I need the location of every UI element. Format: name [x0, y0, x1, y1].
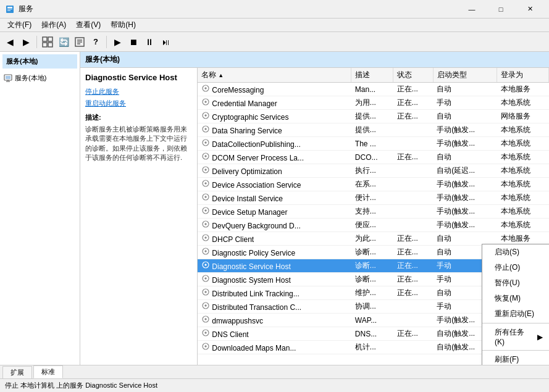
show-hide-button[interactable]: [40, 35, 55, 49]
cell-desc: 提供...: [351, 110, 393, 123]
title-bar: 服务 — □ ✕: [0, 0, 549, 19]
detail-desc-label: 描述:: [85, 113, 192, 122]
cell-startup: 手动(触发...: [433, 191, 497, 205]
cell-status: 正在...: [393, 151, 433, 164]
cell-name: Distributed Link Tracking...: [198, 286, 351, 300]
cell-login: 本地系统: [497, 164, 549, 178]
tab-expand[interactable]: 扩展: [2, 366, 32, 378]
menu-help[interactable]: 帮助(H): [106, 19, 141, 31]
cell-name: DNS Client: [198, 327, 351, 341]
service-icon: [201, 84, 210, 93]
context-menu-sep-2: [482, 350, 549, 351]
cell-startup: 自动(延迟...: [433, 164, 497, 178]
col-desc[interactable]: 描述: [351, 68, 393, 83]
context-menu-start[interactable]: 启动(S): [482, 244, 549, 260]
table-row[interactable]: DataCollectionPublishing... The ... 手动(触…: [198, 137, 549, 151]
start-service-button[interactable]: ▶: [110, 35, 125, 49]
cell-name: Data Sharing Service: [198, 123, 351, 137]
service-icon: [201, 288, 210, 296]
service-icon: [201, 152, 210, 161]
stop-service-button[interactable]: ⏹: [126, 35, 141, 49]
cell-desc: Man...: [351, 83, 393, 96]
table-row[interactable]: DCOM Server Process La... DCO... 正在... 自…: [198, 151, 549, 164]
cell-startup: 手动(触发...: [433, 123, 497, 137]
cell-desc: 诊断...: [351, 259, 393, 273]
back-button[interactable]: ◀: [2, 35, 17, 49]
cell-status: 正在...: [393, 273, 433, 286]
menu-action[interactable]: 操作(A): [36, 19, 71, 31]
minimize-button[interactable]: —: [458, 0, 486, 19]
restart-service-button[interactable]: ⏯: [158, 35, 173, 49]
service-icon: [201, 138, 210, 147]
cell-login: 本地系统: [497, 151, 549, 164]
sidebar-item-services[interactable]: 服务(本地): [2, 71, 77, 85]
main-container: 服务(本地) 服务(本地) 服务(本地) Diagnostic Service …: [0, 52, 549, 365]
table-row[interactable]: Device Association Service 在系... 手动(触发..…: [198, 178, 549, 191]
cell-desc: 协调...: [351, 300, 393, 314]
service-icon: [201, 125, 210, 133]
cell-startup: 手动(触发...: [433, 178, 497, 191]
right-panel: 服务(本地) Diagnostic Service Host 停止此服务 重启动…: [80, 52, 549, 365]
service-icon: [201, 274, 210, 283]
cell-login: 本地系统: [497, 96, 549, 110]
col-startup[interactable]: 启动类型: [433, 68, 497, 83]
col-status[interactable]: 状态: [393, 68, 433, 83]
table-row[interactable]: Cryptographic Services 提供... 正在... 自动 网络…: [198, 110, 549, 123]
maximize-button[interactable]: □: [487, 0, 515, 19]
services-table-container[interactable]: 名称 ▲ 描述 状态 启动类型 登录为 CoreMessaging Man...…: [198, 68, 549, 365]
menu-view[interactable]: 查看(V): [71, 19, 106, 31]
context-menu-restart[interactable]: 重新启动(E): [482, 306, 549, 322]
cell-startup: 手动(触发...: [433, 205, 497, 219]
context-menu-stop[interactable]: 停止(O): [482, 260, 549, 275]
restart-service-link[interactable]: 重启动此服务: [85, 99, 192, 108]
table-row[interactable]: Delivery Optimization 执行... 自动(延迟... 本地系…: [198, 164, 549, 178]
context-menu-pause[interactable]: 暂停(U): [482, 275, 549, 291]
cell-name: Distributed Transaction C...: [198, 300, 351, 314]
table-row[interactable]: Credential Manager 为用... 正在... 手动 本地系统: [198, 96, 549, 110]
cell-name: Downloaded Maps Man...: [198, 341, 351, 354]
service-icon: [201, 179, 210, 188]
service-icon: [201, 193, 210, 201]
menu-file[interactable]: 文件(F): [2, 19, 36, 31]
cell-name: Device Association Service: [198, 178, 351, 191]
cell-login: 本地系统: [497, 178, 549, 191]
cell-desc: 执行...: [351, 164, 393, 178]
refresh-button[interactable]: 🔄: [56, 35, 71, 49]
stop-service-link[interactable]: 停止此服务: [85, 87, 192, 96]
col-login[interactable]: 登录为: [497, 68, 549, 83]
context-menu-all-tasks[interactable]: 所有任务(K) ▶: [482, 325, 549, 349]
table-row[interactable]: Device Setup Manager 支持... 手动(触发... 本地系统: [198, 205, 549, 219]
cell-desc: 为用...: [351, 96, 393, 110]
service-icon: [201, 111, 210, 120]
tab-standard[interactable]: 标准: [33, 365, 63, 378]
cell-name: DHCP Client: [198, 232, 351, 246]
cell-desc: 维护...: [351, 286, 393, 300]
svg-rect-6: [43, 43, 47, 47]
svg-rect-7: [48, 43, 52, 47]
cell-name: CoreMessaging: [198, 83, 351, 96]
service-icon: [201, 315, 210, 323]
sidebar: 服务(本地) 服务(本地): [0, 52, 80, 365]
table-row[interactable]: CoreMessaging Man... 正在... 自动 本地服务: [198, 83, 549, 96]
cell-status: 正在...: [393, 232, 433, 246]
computer-icon: [4, 74, 12, 83]
col-name[interactable]: 名称 ▲: [198, 68, 351, 83]
svg-rect-1: [7, 7, 12, 8]
sort-arrow: ▲: [218, 72, 224, 78]
cell-startup: 自动: [433, 83, 497, 96]
table-row[interactable]: DevQuery Background D... 便应... 手动(触发... …: [198, 219, 549, 232]
close-button[interactable]: ✕: [516, 0, 544, 19]
cell-name: Device Setup Manager: [198, 205, 351, 219]
cell-startup: 自动: [433, 110, 497, 123]
export-button[interactable]: [72, 35, 87, 49]
service-icon: [201, 328, 210, 337]
cell-desc: 便应...: [351, 219, 393, 232]
context-menu-refresh[interactable]: 刷新(F): [482, 352, 549, 365]
forward-button[interactable]: ▶: [19, 35, 33, 49]
context-menu-resume[interactable]: 恢复(M): [482, 291, 549, 306]
cell-startup: 手动(触发...: [433, 219, 497, 232]
table-row[interactable]: Data Sharing Service 提供... 手动(触发... 本地系统: [198, 123, 549, 137]
help-button[interactable]: ?: [88, 35, 103, 49]
table-row[interactable]: Device Install Service 便计... 手动(触发... 本地…: [198, 191, 549, 205]
pause-service-button[interactable]: ⏸: [142, 35, 157, 49]
